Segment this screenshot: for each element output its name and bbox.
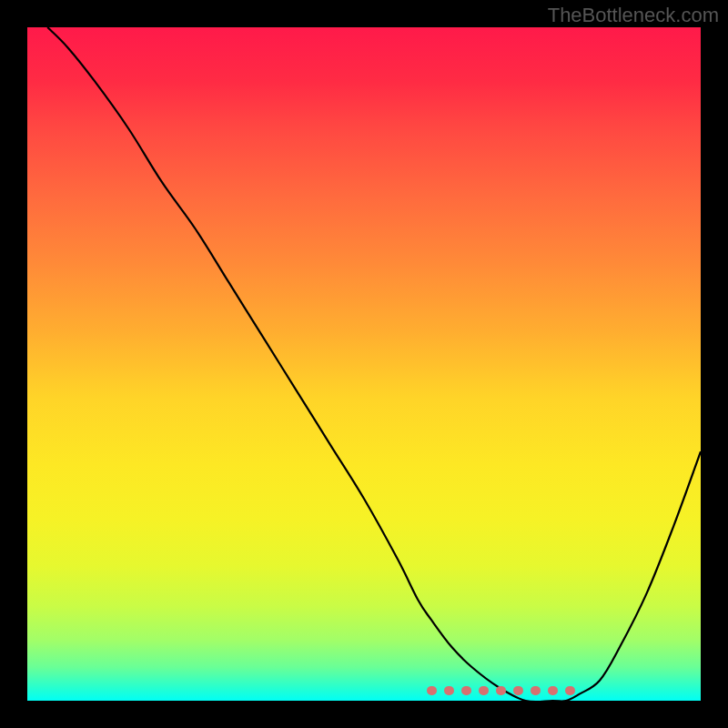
plot-area	[27, 27, 701, 701]
watermark-text: TheBottleneck.com	[548, 4, 719, 27]
chart-svg	[27, 27, 701, 701]
bottleneck-curve	[47, 27, 701, 701]
